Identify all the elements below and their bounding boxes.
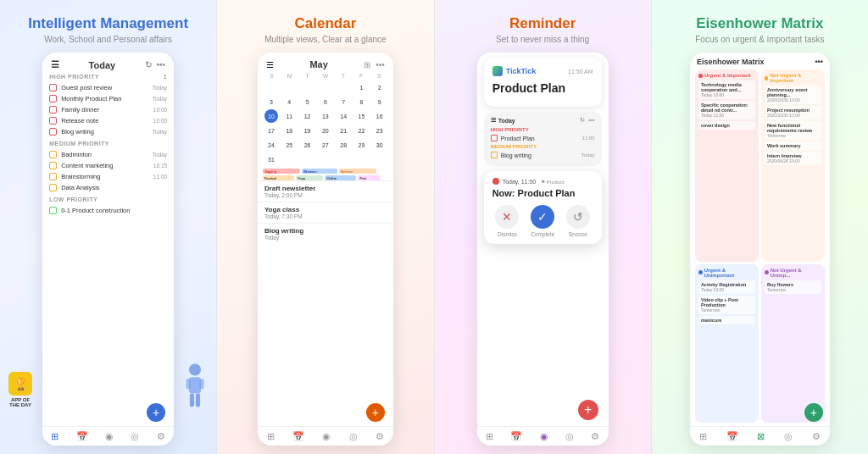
cal-day[interactable]: 3: [264, 95, 278, 108]
task-checkbox[interactable]: [49, 95, 57, 102]
task-checkbox[interactable]: [49, 106, 57, 114]
q2-task[interactable]: Work summary: [765, 141, 821, 150]
cal-day[interactable]: 9: [373, 95, 387, 108]
cal-day[interactable]: 25: [282, 138, 296, 152]
event-bar[interactable]: Museum: [302, 169, 337, 174]
cal-day[interactable]: 27: [319, 138, 332, 152]
cal-day[interactable]: 5: [301, 95, 314, 108]
cal-day[interactable]: 24: [264, 138, 278, 152]
inbox-icon[interactable]: ◉: [105, 431, 114, 442]
q1-task[interactable]: Specific cooperation: detail nd contr...…: [698, 101, 755, 119]
q2-task[interactable]: Anniversary event planning... 2020/10/30…: [765, 86, 821, 104]
cal-day[interactable]: 11: [282, 109, 296, 123]
settings-icon[interactable]: ⚙: [376, 431, 384, 442]
cal-day[interactable]: 7: [337, 95, 350, 108]
cal-day[interactable]: 6: [319, 95, 332, 108]
cal-day[interactable]: 12: [301, 109, 314, 123]
cal-day[interactable]: 14: [337, 109, 350, 123]
cal-day[interactable]: [319, 80, 332, 94]
add-task-button[interactable]: +: [147, 403, 165, 422]
menu-icon[interactable]: ☰: [51, 59, 59, 70]
task-checkbox[interactable]: [49, 84, 57, 91]
inbox-icon[interactable]: ◉: [540, 431, 548, 442]
add-reminder-button[interactable]: +: [578, 400, 598, 420]
snooze-button[interactable]: ↺ Snooze: [566, 205, 590, 237]
cal-day[interactable]: 1: [354, 80, 368, 94]
sub-more-icon[interactable]: •••: [588, 117, 594, 124]
q1-task[interactable]: Technology media cooperation and... Toda…: [698, 80, 755, 99]
task-item[interactable]: Content marketing 18:15: [49, 160, 167, 171]
task-item[interactable]: Brainstorming 11:00: [49, 171, 167, 182]
matrix-more-icon[interactable]: •••: [815, 58, 822, 66]
cal-day[interactable]: 17: [264, 124, 278, 137]
cal-day[interactable]: 30: [373, 138, 387, 152]
location-icon[interactable]: ◎: [565, 431, 574, 442]
cal-day[interactable]: [282, 80, 296, 94]
home-icon[interactable]: ⊞: [51, 431, 58, 442]
add-matrix-task-button[interactable]: +: [804, 403, 823, 422]
settings-icon[interactable]: ⚙: [157, 431, 165, 442]
cal-day[interactable]: 26: [301, 138, 314, 152]
cal-day[interactable]: 13: [319, 109, 332, 123]
cal-day-today[interactable]: 10: [264, 109, 278, 123]
event-bar[interactable]: Sponsor: [339, 169, 376, 174]
reminder-task-row[interactable]: Product Plan 11:00: [491, 135, 595, 141]
cal-event-item[interactable]: Yoga class Today, 7:30 PM: [258, 202, 393, 223]
cal-day[interactable]: 29: [354, 138, 368, 152]
dismiss-button[interactable]: ✕ Dismiss: [495, 205, 519, 237]
inbox-icon[interactable]: ◉: [322, 431, 331, 442]
cal-more-icon[interactable]: •••: [376, 60, 385, 69]
task-item[interactable]: Release note 10:00: [49, 115, 167, 126]
cal-day[interactable]: 15: [354, 109, 368, 123]
q2-task[interactable]: New functional requirements review Tomor…: [765, 121, 821, 140]
cal-menu-icon[interactable]: ☰: [266, 60, 274, 69]
reminder-popup-card[interactable]: Today, 11:00 ⚑ Product Now: Product Plan…: [484, 171, 602, 244]
settings-icon[interactable]: ⚙: [812, 431, 821, 442]
cal-day[interactable]: [264, 80, 278, 94]
cal-day[interactable]: 31: [264, 152, 278, 166]
task-item[interactable]: Family dinner 10:00: [49, 104, 167, 115]
complete-button[interactable]: ✓ Complete: [531, 205, 554, 237]
task-checkbox[interactable]: [49, 151, 57, 158]
cal-event-item[interactable]: Blog writing Today: [258, 223, 393, 244]
more-icon[interactable]: •••: [157, 60, 166, 69]
cal-day[interactable]: 22: [354, 124, 368, 137]
cal-day[interactable]: 4: [282, 95, 296, 108]
task-item[interactable]: Blog writing Today: [49, 126, 167, 137]
cal-day[interactable]: [301, 80, 314, 94]
home-icon[interactable]: ⊞: [486, 431, 493, 442]
home-icon[interactable]: ⊞: [267, 431, 275, 442]
cal-day[interactable]: [337, 80, 350, 94]
q3-task[interactable]: Video clip + Post Production Tomorrow: [698, 296, 755, 314]
q2-task[interactable]: Project resumption 2020/10/30 12:00: [765, 106, 821, 119]
task-item[interactable]: Monthly Product Plan Today: [49, 93, 167, 104]
q1-task[interactable]: cover design: [698, 121, 755, 130]
task-checkbox[interactable]: [49, 128, 57, 136]
task-item[interactable]: 0-1 Product construction: [49, 205, 167, 216]
task-item[interactable]: Guest post review Today: [49, 82, 167, 93]
task-checkbox[interactable]: [49, 162, 57, 169]
cal-day[interactable]: 18: [282, 124, 296, 137]
task-checkbox[interactable]: [49, 173, 57, 180]
q4-task[interactable]: Buy flowers Tomorrow: [765, 280, 821, 294]
cal-event-item[interactable]: Draft newsletter Today, 2:00 PM: [258, 180, 393, 202]
settings-icon[interactable]: ⚙: [591, 431, 599, 442]
task-checkbox[interactable]: [49, 184, 57, 191]
refresh-icon[interactable]: ↻: [145, 60, 152, 69]
q3-task[interactable]: Activity Registration Today 10:00: [698, 280, 755, 294]
cal-day[interactable]: 19: [301, 124, 314, 137]
cal-day[interactable]: 20: [319, 124, 332, 137]
task-checkbox[interactable]: [491, 152, 498, 158]
q3-task[interactable]: manicure: [698, 316, 755, 324]
task-checkbox[interactable]: [49, 207, 57, 214]
location-icon[interactable]: ◎: [349, 431, 358, 442]
cal-view-icon[interactable]: ⊞: [364, 60, 370, 69]
task-item[interactable]: Badminton Today: [49, 149, 167, 160]
task-item[interactable]: Data Analysis: [49, 182, 167, 193]
location-icon[interactable]: ◎: [784, 431, 793, 442]
task-checkbox[interactable]: [49, 117, 57, 125]
cal-day[interactable]: 2: [373, 80, 387, 94]
cal-day[interactable]: 23: [373, 124, 387, 137]
cal-day[interactable]: 16: [373, 109, 387, 123]
add-event-button[interactable]: +: [366, 403, 385, 422]
